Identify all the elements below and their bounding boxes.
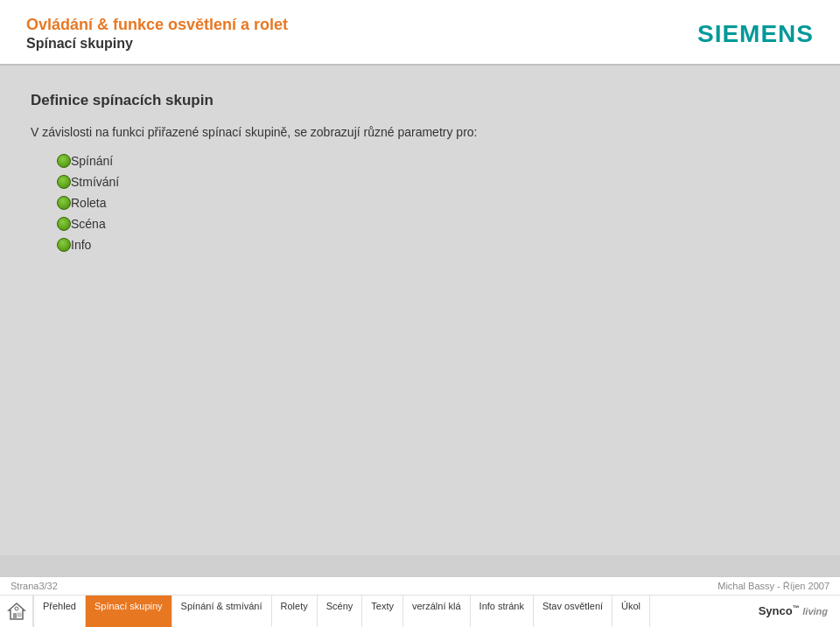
header-titles: Ovládání & funkce osvětlení a rolet Spín… <box>26 16 288 52</box>
bullet-text: Scéna <box>71 217 106 231</box>
footer-nav-item[interactable]: Přehled <box>33 596 86 627</box>
bullet-list-item: Stmívání <box>57 175 809 189</box>
footer: Strana3/32 Michal Bassy - Říjen 2007 Pře… <box>0 576 840 627</box>
author-date: Michal Bassy - Říjen 2007 <box>718 581 830 591</box>
bullet-icon <box>57 175 71 189</box>
description-text: V závislosti na funkci přiřazené spínací… <box>31 123 809 142</box>
bullet-text: Stmívání <box>71 175 119 189</box>
page-info: Strana3/32 <box>10 581 58 591</box>
bullet-icon <box>57 238 71 252</box>
footer-nav-item[interactable]: Stav osvětlení <box>534 596 612 627</box>
footer-info-bar: Strana3/32 Michal Bassy - Říjen 2007 <box>0 577 840 596</box>
svg-rect-2 <box>18 613 21 617</box>
house-icon[interactable] <box>0 596 33 627</box>
bullet-icon <box>57 196 71 210</box>
svg-point-3 <box>15 607 18 610</box>
footer-nav-item[interactable]: verzální klá <box>403 596 471 627</box>
footer-nav-item[interactable]: Info stránk <box>471 596 534 627</box>
header-title-main: Ovládání & funkce osvětlení a rolet <box>26 16 288 34</box>
footer-nav-item[interactable]: Texty <box>362 596 403 627</box>
footer-nav-item[interactable]: Úkol <box>612 596 650 627</box>
bullet-list-item: Spínání <box>57 154 809 168</box>
bullet-text: Spínání <box>71 154 113 168</box>
footer-nav-item[interactable]: Rolety <box>272 596 318 627</box>
footer-nav-item[interactable]: Spínací skupiny <box>86 596 172 627</box>
main-content: Definice spínacích skupin V závislosti n… <box>0 66 840 555</box>
section-title: Definice spínacích skupin <box>31 92 809 109</box>
synco-logo-text: Synco™ living <box>759 604 828 617</box>
footer-bottom: PřehledSpínací skupinySpínání & stmívání… <box>0 596 840 627</box>
bullet-icon <box>57 217 71 231</box>
siemens-logo: SIEMENS <box>697 20 814 48</box>
footer-right-logo: Synco™ living <box>746 604 840 617</box>
header: Ovládání & funkce osvětlení a rolet Spín… <box>0 0 840 66</box>
footer-nav-item[interactable]: Spínání & stmívání <box>172 596 272 627</box>
bullet-text: Roleta <box>71 196 106 210</box>
footer-nav-item[interactable]: Scény <box>318 596 363 627</box>
bullet-list-item: Scéna <box>57 217 809 231</box>
header-title-sub: Spínací skupiny <box>26 36 288 52</box>
bullet-list-item: Roleta <box>57 196 809 210</box>
bullet-list-item: Info <box>57 238 809 252</box>
bullet-text: Info <box>71 238 91 252</box>
bullet-icon <box>57 154 71 168</box>
bullet-list: SpínáníStmíváníRoletaScénaInfo <box>31 154 809 252</box>
svg-rect-1 <box>13 613 17 619</box>
footer-nav-container: PřehledSpínací skupinySpínání & stmívání… <box>33 596 746 627</box>
